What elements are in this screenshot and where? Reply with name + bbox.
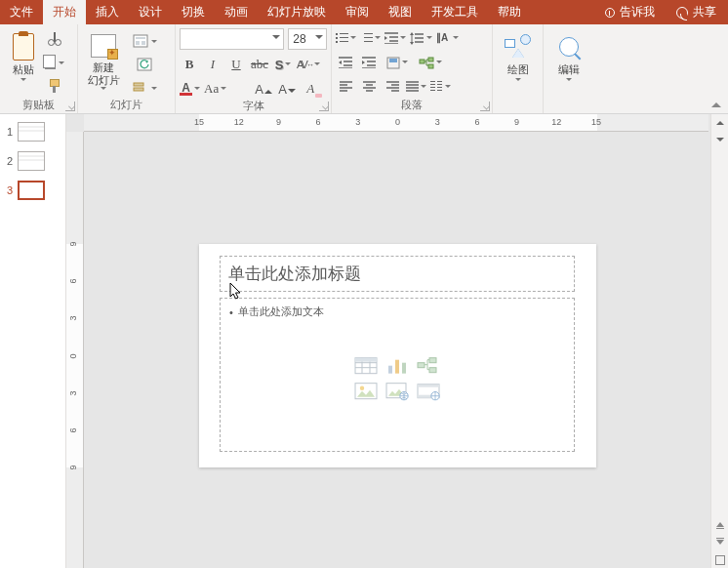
title-placeholder[interactable]: 单击此处添加标题 — [220, 256, 575, 292]
tab-design[interactable]: 设计 — [129, 0, 172, 24]
vertical-align-button[interactable] — [383, 53, 412, 72]
slide-thumb-3[interactable]: 3 — [3, 178, 62, 202]
insert-video-icon[interactable] — [416, 382, 441, 401]
paste-dropdown-icon — [20, 78, 26, 84]
paste-button[interactable]: 粘贴 — [4, 28, 43, 93]
slide-canvas-area[interactable]: 151296303691215 9630369 单击此处添加标题 单击此处添加文… — [66, 114, 728, 568]
insert-picture-icon[interactable] — [353, 382, 379, 401]
new-slide-button[interactable]: ✦ 新建 幻灯片 — [82, 28, 125, 93]
edit-dropdown-icon — [566, 78, 572, 84]
thumb-preview-icon — [18, 151, 45, 171]
font-size-value: 28 — [293, 32, 305, 46]
font-name-combo[interactable] — [180, 28, 284, 50]
tab-view[interactable]: 视图 — [379, 0, 422, 24]
content-placeholder[interactable]: 单击此处添加文本 — [220, 298, 575, 452]
font-color-button[interactable]: A — [180, 79, 200, 99]
vertical-page-scroll — [710, 114, 728, 568]
shapes-button[interactable]: 绘图 — [497, 28, 539, 93]
group-clipboard: 粘贴 剪贴板 — [0, 24, 78, 113]
content-placeholder-text: 单击此处添加文本 — [238, 304, 324, 319]
italic-button[interactable]: I — [203, 55, 222, 74]
content-insert-icons — [348, 356, 446, 401]
decrease-indent-button[interactable] — [336, 53, 355, 72]
find-button[interactable]: 编辑 — [547, 28, 590, 93]
ruler-tick: 9 — [68, 465, 78, 469]
smartart-icon — [419, 57, 434, 69]
tell-me-search[interactable]: 告诉我 — [595, 4, 665, 20]
indent-buttons[interactable] — [384, 28, 406, 48]
columns-button[interactable] — [430, 77, 451, 97]
shapes-dropdown-icon — [515, 78, 521, 84]
insert-smartart-icon[interactable] — [416, 356, 441, 376]
svg-rect-3 — [142, 41, 145, 45]
reset-slide-button[interactable] — [127, 56, 162, 73]
cut-button[interactable] — [45, 30, 64, 48]
columns-icon — [430, 81, 443, 93]
section-button[interactable] — [127, 79, 162, 97]
tab-insert[interactable]: 插入 — [86, 0, 129, 24]
align-center-button[interactable] — [359, 77, 379, 97]
collapse-ribbon-button[interactable] — [708, 98, 724, 111]
paragraph-launcher[interactable] — [480, 101, 490, 111]
strikethrough-button[interactable]: abc — [250, 55, 269, 74]
clipboard-launcher[interactable] — [65, 101, 75, 111]
svg-rect-11 — [428, 64, 433, 68]
align-justify-button[interactable] — [406, 77, 426, 97]
thumb-preview-icon — [18, 181, 45, 200]
align-left-button[interactable] — [336, 77, 355, 97]
layout-button[interactable] — [127, 32, 162, 50]
char-spacing-button[interactable]: AV↔ — [297, 55, 320, 74]
tab-slideshow[interactable]: 幻灯片放映 — [258, 0, 336, 24]
svg-rect-15 — [395, 360, 399, 374]
slide-thumb-2[interactable]: 2 — [3, 148, 62, 173]
draw-label: 绘图 — [507, 63, 529, 76]
group-slides-label: 幻灯片 — [110, 98, 142, 112]
insert-online-picture-icon[interactable] — [384, 382, 410, 401]
scroll-down-button[interactable] — [711, 131, 728, 147]
share-button[interactable]: 共享 — [665, 4, 728, 20]
underline-button[interactable]: U — [226, 55, 246, 74]
new-slide-icon: ✦ — [91, 34, 116, 58]
tab-home[interactable]: 开始 — [43, 0, 86, 24]
bold-button[interactable]: B — [180, 55, 199, 74]
tab-file[interactable]: 文件 — [0, 0, 43, 24]
ruler-tick: 6 — [474, 117, 479, 127]
tab-help[interactable]: 帮助 — [488, 0, 531, 24]
svg-rect-17 — [418, 363, 425, 368]
tab-developer[interactable]: 开发工具 — [422, 0, 488, 24]
ruler-tick: 3 — [435, 117, 440, 127]
format-painter-button[interactable] — [45, 77, 64, 95]
text-shadow-button[interactable]: S — [273, 55, 293, 74]
change-case-button[interactable]: Aa — [204, 79, 226, 99]
shrink-font-button[interactable]: A — [277, 79, 297, 99]
tab-review[interactable]: 审阅 — [336, 0, 379, 24]
fit-slide-button[interactable] — [711, 551, 728, 568]
clear-formatting-button[interactable]: A — [301, 79, 320, 99]
font-size-combo[interactable]: 28 — [288, 28, 327, 50]
svg-rect-25 — [418, 385, 439, 387]
previous-slide-button[interactable] — [711, 516, 728, 533]
bullets-button[interactable] — [336, 28, 356, 48]
line-spacing-button[interactable] — [410, 28, 432, 48]
tab-animations[interactable]: 动画 — [215, 0, 258, 24]
scroll-up-button[interactable] — [711, 114, 728, 131]
insert-table-icon[interactable] — [353, 356, 379, 376]
align-right-button[interactable] — [383, 77, 402, 97]
new-slide-label: 新建 幻灯片 — [88, 61, 120, 87]
slide-thumb-1[interactable]: 1 — [3, 119, 62, 143]
increase-indent-button[interactable] — [359, 53, 379, 72]
text-direction-button[interactable]: ‖A — [436, 28, 459, 48]
grow-font-button[interactable]: A — [254, 79, 273, 99]
tab-transitions[interactable]: 切换 — [172, 0, 215, 24]
convert-smartart-button[interactable] — [416, 53, 445, 72]
slide-editor[interactable]: 单击此处添加标题 单击此处添加文本 — [199, 244, 596, 467]
font-launcher[interactable] — [319, 101, 329, 111]
copy-button[interactable] — [45, 54, 64, 71]
svg-rect-2 — [136, 41, 140, 45]
insert-chart-icon[interactable] — [384, 356, 410, 376]
next-slide-button[interactable] — [711, 534, 728, 550]
group-edit: 编辑 — [544, 24, 594, 113]
section-icon — [133, 81, 148, 95]
svg-rect-6 — [134, 88, 143, 91]
numbering-button[interactable] — [360, 28, 381, 48]
